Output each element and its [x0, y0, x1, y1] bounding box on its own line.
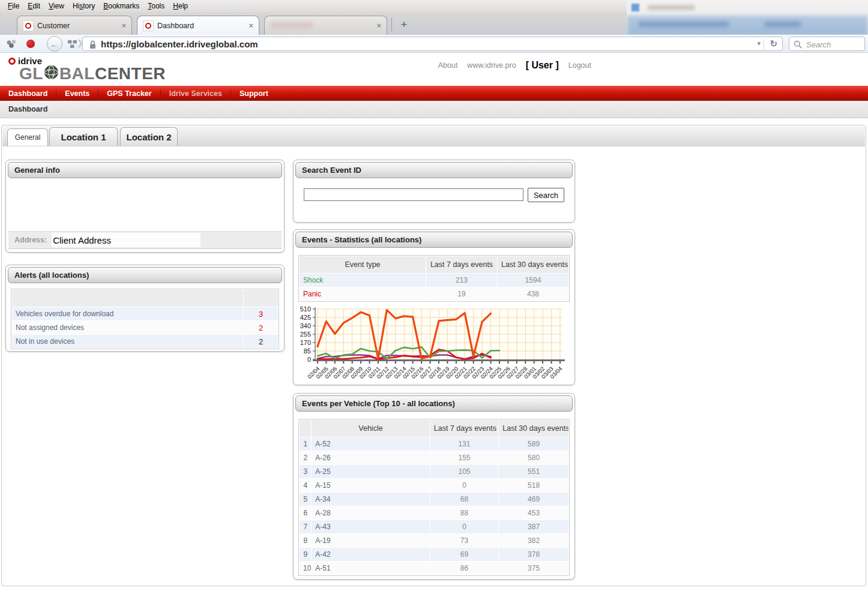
menu-bookmarks[interactable]: Bookmarks	[99, 1, 143, 11]
value: 0	[430, 479, 498, 493]
about-link[interactable]: About	[438, 61, 458, 70]
value: 105	[430, 465, 498, 479]
background-window-title	[647, 5, 695, 10]
menu-edit[interactable]: Edit	[23, 1, 44, 11]
row-number: 9	[300, 548, 312, 562]
browser-toolbar: ← ❯ https://globalcenter.idriveglobal.co…	[0, 35, 868, 53]
search-icon	[794, 40, 803, 52]
row-number: 1	[300, 437, 312, 451]
row-number: 8	[300, 534, 312, 548]
logo-bal: BAL	[59, 65, 95, 82]
tab-title: Dashboard	[157, 22, 194, 30]
value: 1594	[498, 274, 569, 287]
back-button[interactable]: ←	[47, 36, 62, 52]
nav-support[interactable]: Support	[231, 89, 277, 98]
tab-blurred[interactable]: ×	[264, 16, 387, 35]
tab-location-2[interactable]: Location 2	[120, 127, 178, 146]
idrive-logo: idrive GL BAL CENTER	[8, 56, 166, 83]
table-row: Not in use devices 2	[12, 335, 279, 349]
col-last7: Last 7 days events	[430, 420, 498, 437]
vehicle-name: A-19	[312, 534, 430, 548]
tab-label: Location 2	[126, 132, 171, 142]
panel-title: Alerts (all locations)	[8, 267, 282, 283]
nav-gps-tracker[interactable]: GPS Tracker	[98, 89, 160, 98]
alert-value: 2	[244, 321, 279, 335]
value: 155	[430, 451, 498, 465]
search-button[interactable]: Search	[528, 188, 564, 202]
browser-search-input[interactable]	[805, 38, 863, 50]
value: 382	[499, 534, 569, 548]
alert-label: Not assigned devices	[12, 321, 244, 335]
menu-file[interactable]: File	[4, 1, 23, 11]
tab-dashboard[interactable]: Dashboard ×	[137, 16, 259, 35]
background-window	[627, 0, 868, 35]
row-number: 3	[300, 465, 312, 479]
table-row: 1A-52131589	[300, 437, 569, 451]
browser-search-box[interactable]	[789, 37, 865, 51]
svg-text:255: 255	[300, 331, 311, 338]
events-per-vehicle-panel: Events per Vehicle (Top 10 - all locatio…	[293, 393, 575, 580]
alerts-header-empty	[244, 290, 279, 307]
close-icon[interactable]: ×	[116, 21, 126, 30]
idrive-favicon	[143, 20, 154, 31]
row-number: 2	[300, 451, 312, 465]
site-identity-icon[interactable]	[67, 40, 77, 51]
page-tabbar: General Location 1 Location 2	[2, 126, 865, 146]
panel-title: General info	[8, 162, 282, 178]
value: 580	[499, 451, 569, 465]
nav-idrive-services[interactable]: Idrive Services	[161, 89, 231, 98]
close-icon[interactable]: ×	[372, 21, 381, 30]
main-nav: Dashboard Events GPS Tracker Idrive Serv…	[0, 86, 868, 101]
address-label: Address:	[14, 236, 47, 244]
table-row: 9A-4269378	[300, 548, 569, 562]
alerts-panel: Alerts (all locations) Vehicles overdue …	[5, 265, 285, 352]
url-bar[interactable]: https://globalcenter.idriveglobal.com ▾ …	[82, 37, 783, 51]
logout-link[interactable]: Logout	[568, 61, 591, 70]
menu-help[interactable]: Help	[169, 1, 192, 11]
url-text[interactable]: https://globalcenter.idriveglobal.com	[101, 39, 258, 49]
value: 551	[499, 465, 569, 479]
menu-tools[interactable]: Tools	[143, 1, 169, 11]
table-row: 8A-1973382	[300, 534, 569, 548]
reload-icon[interactable]: ↻	[770, 38, 777, 49]
value: 469	[499, 493, 569, 506]
tab-general[interactable]: General	[7, 128, 48, 146]
address-value: Client Address	[52, 233, 200, 247]
addon-paw-icon[interactable]	[5, 39, 19, 52]
table-row: 7A-430387	[300, 520, 569, 534]
idrive-pro-link[interactable]: www.idrive.pro	[467, 61, 516, 70]
menu-history[interactable]: History	[68, 1, 99, 11]
value: 453	[499, 506, 569, 520]
close-icon[interactable]: ×	[244, 21, 253, 30]
user-label[interactable]: [ User ]	[526, 60, 559, 71]
tab-customer[interactable]: Customer ×	[17, 16, 132, 35]
table-row: Not assigned devices 2	[12, 321, 279, 335]
value: 69	[430, 548, 498, 562]
nav-events[interactable]: Events	[56, 89, 98, 98]
nav-dashboard[interactable]: Dashboard	[0, 89, 56, 98]
value: 375	[499, 562, 569, 575]
menu-view[interactable]: View	[44, 1, 68, 11]
logo-center: CENTER	[95, 65, 166, 82]
col-rank	[300, 420, 312, 437]
urlbar-dropdown-icon[interactable]: ▾	[757, 40, 761, 47]
events-per-vehicle-table: Vehicle Last 7 days events Last 30 days …	[299, 419, 569, 575]
value: 589	[499, 437, 569, 451]
tab-location-1[interactable]: Location 1	[49, 127, 118, 146]
vehicle-name: A-43	[312, 520, 430, 534]
lock-icon[interactable]	[89, 40, 97, 52]
background-window-icon	[631, 4, 639, 11]
event-id-input[interactable]	[304, 188, 523, 201]
svg-text:340: 340	[300, 322, 311, 329]
svg-text:85: 85	[304, 347, 311, 355]
tab-title: Customer	[37, 22, 70, 30]
record-indicator-icon[interactable]	[26, 40, 35, 48]
new-tab-button[interactable]: +	[395, 16, 413, 34]
vehicle-name: A-34	[312, 493, 430, 506]
event-type-panic: Panic	[300, 287, 426, 301]
col-event-type: Event type	[300, 256, 426, 274]
vehicle-name: A-26	[312, 451, 430, 465]
svg-text:425: 425	[300, 314, 311, 321]
svg-text:0: 0	[307, 356, 311, 363]
vehicle-name: A-28	[312, 506, 430, 520]
